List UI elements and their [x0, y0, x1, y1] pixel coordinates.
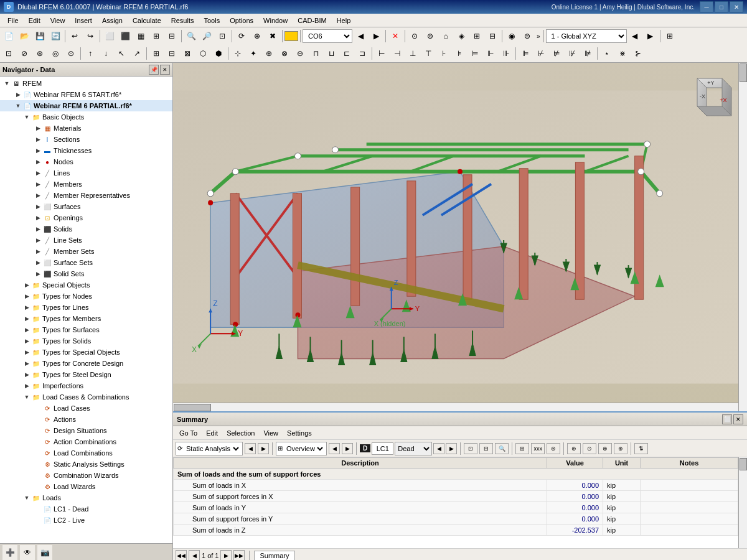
tb-co-next[interactable]: ▶: [369, 29, 383, 44]
tb-view-next[interactable]: ▶: [643, 29, 658, 44]
menu-assign[interactable]: Assign: [97, 16, 128, 26]
menu-file[interactable]: File: [2, 16, 24, 26]
tb2-b22[interactable]: ⊏: [339, 46, 354, 61]
menu-tools[interactable]: Tools: [199, 16, 225, 26]
tree-solids[interactable]: ▶ ⬛ Solids: [0, 223, 172, 235]
tb-fit[interactable]: ⊡: [215, 29, 230, 44]
tree-types-surfaces[interactable]: ▶ 📁 Types for Surfaces: [0, 324, 172, 335]
summary-close-btn[interactable]: ✕: [733, 414, 743, 424]
menu-help[interactable]: Help: [332, 16, 356, 26]
ov-prev-btn[interactable]: ◀: [329, 443, 340, 454]
tb-co-prev[interactable]: ◀: [353, 29, 368, 44]
sum-menu-selection[interactable]: Selection: [223, 428, 258, 438]
tb2-b24[interactable]: ⊢: [374, 46, 389, 61]
tb-b5[interactable]: ⊟: [164, 29, 179, 44]
tb2-b33[interactable]: ⊫: [518, 46, 533, 61]
tb-b3[interactable]: ▦: [133, 29, 148, 44]
viewport-hscroll-thumb[interactable]: [174, 404, 211, 411]
tb-icon-a[interactable]: ⊙: [407, 29, 422, 44]
tb2-b27[interactable]: ⊤: [421, 46, 436, 61]
tree-file-1[interactable]: ▶ 📄 Webinar RFEM 6 START.rf6*: [0, 89, 172, 100]
lc-selector[interactable]: D Dead ◀ ▶: [360, 442, 457, 455]
tree-member-reps[interactable]: ▶ ╱ Member Representatives: [0, 190, 172, 201]
tb2-b7[interactable]: ↓: [98, 46, 113, 61]
overview-control[interactable]: ⊞ Overview: [276, 442, 327, 455]
tree-action-comb[interactable]: ⟳ Action Combinations: [0, 436, 172, 447]
tree-lc2[interactable]: 📄 LC2 - Live: [0, 515, 172, 526]
tb-r3[interactable]: ✖: [265, 29, 280, 44]
tree-load-wiz[interactable]: ⚙ Load Wizards: [0, 481, 172, 492]
sum-menu-settings[interactable]: Settings: [283, 428, 316, 438]
tb-r2[interactable]: ⊕: [250, 29, 265, 44]
tb-view-prev[interactable]: ◀: [627, 29, 642, 44]
page-next-btn[interactable]: ▶: [220, 550, 232, 561]
page-first-btn[interactable]: ◀◀: [176, 550, 187, 561]
sum-tb-icon-10[interactable]: ⊕: [614, 443, 627, 454]
tb-zoom-out[interactable]: 🔎: [199, 29, 214, 44]
color-box[interactable]: [284, 31, 298, 41]
tb-new[interactable]: 📄: [1, 29, 16, 44]
tree-design-sit[interactable]: ⟳ Design Situations: [0, 425, 172, 436]
tb2-b19[interactable]: ⊖: [293, 46, 308, 61]
co-dropdown[interactable]: CO6: [303, 29, 352, 43]
tree-lc1[interactable]: 📄 LC1 - Dead: [0, 503, 172, 515]
tb2-b1[interactable]: ⊡: [1, 46, 16, 61]
tb2-b18[interactable]: ⊗: [277, 46, 292, 61]
tb2-b9[interactable]: ↗: [129, 46, 144, 61]
menu-view[interactable]: View: [45, 16, 70, 26]
tb2-b17[interactable]: ⊕: [261, 46, 276, 61]
tb2-b3[interactable]: ⊛: [32, 46, 47, 61]
tb-icon-f[interactable]: ⊟: [485, 29, 500, 44]
tree-types-lines[interactable]: ▶ 📁 Types for Lines: [0, 302, 172, 313]
tb2-b35[interactable]: ⊭: [549, 46, 564, 61]
tb2-b34[interactable]: ⊬: [533, 46, 548, 61]
tree-file-2[interactable]: ▼ 📄 Webinar RFEM 6 PARTIAL.rf6*: [0, 100, 172, 111]
minimize-button[interactable]: ─: [700, 1, 713, 12]
tb2-b28[interactable]: ⊦: [436, 46, 451, 61]
tree-member-sets[interactable]: ▶ ╱ Member Sets: [0, 246, 172, 257]
menu-insert[interactable]: Insert: [70, 16, 97, 26]
menu-results[interactable]: Results: [166, 16, 199, 26]
tb2-b14[interactable]: ⬢: [211, 46, 226, 61]
tb2-b5[interactable]: ⊙: [63, 46, 78, 61]
menu-calculate[interactable]: Calculate: [128, 16, 166, 26]
tb-icon-d[interactable]: ◈: [454, 29, 469, 44]
lc-prev-btn[interactable]: ◀: [433, 443, 444, 454]
tb-icon-b[interactable]: ⊚: [423, 29, 438, 44]
summary-tab-label[interactable]: Summary: [254, 551, 294, 561]
lc-name-dropdown[interactable]: Dead: [395, 442, 432, 455]
tb-icon-g[interactable]: ◉: [504, 29, 519, 44]
tree-comb-wiz[interactable]: ⚙ Combination Wizards: [0, 470, 172, 481]
tree-surface-sets[interactable]: ▶ ⬜ Surface Sets: [0, 257, 172, 268]
tree-openings[interactable]: ▶ ⊡ Openings: [0, 212, 172, 223]
tb-disp[interactable]: ⊞: [662, 29, 677, 44]
nav-close-btn[interactable]: ✕: [160, 65, 170, 75]
sum-tb-icon-5[interactable]: xxx: [531, 443, 545, 454]
viewport-hscrollbar[interactable]: [173, 403, 738, 411]
tb2-b30[interactable]: ⊨: [467, 46, 482, 61]
analysis-dropdown[interactable]: Static Analysis: [184, 444, 241, 453]
analysis-type-control[interactable]: ⟳ Static Analysis: [176, 442, 243, 455]
tree-thicknesses[interactable]: ▶ ▬ Thicknesses: [0, 145, 172, 156]
tree-materials[interactable]: ▶ ▦ Materials: [0, 123, 172, 134]
tb2-b13[interactable]: ⬡: [195, 46, 210, 61]
nav-add-btn[interactable]: ➕: [2, 545, 17, 560]
page-last-btn[interactable]: ▶▶: [233, 550, 245, 561]
lc-next-btn[interactable]: ▶: [446, 443, 457, 454]
tb2-b36[interactable]: ⊮: [565, 46, 580, 61]
viewport-vscrollbar[interactable]: [738, 63, 747, 411]
tree-actions[interactable]: ⟳ Actions: [0, 414, 172, 425]
tb2-b32[interactable]: ⊪: [499, 46, 514, 61]
tb-redo[interactable]: ↪: [83, 29, 98, 44]
tree-types-members[interactable]: ▶ 📁 Types for Members: [0, 313, 172, 324]
close-button[interactable]: ✕: [730, 1, 743, 12]
sum-menu-edit[interactable]: Edit: [202, 428, 222, 438]
tree-special-objects[interactable]: ▶ 📁 Special Objects: [0, 279, 172, 291]
tb-open[interactable]: 📂: [17, 29, 32, 44]
tb2-b39[interactable]: ⋇: [615, 46, 630, 61]
tb2-b4[interactable]: ◎: [48, 46, 63, 61]
tb-b4[interactable]: ⊞: [149, 29, 164, 44]
tb2-b8[interactable]: ↖: [114, 46, 129, 61]
tree-line-sets[interactable]: ▶ ╱ Line Sets: [0, 235, 172, 246]
tb2-b23[interactable]: ⊐: [355, 46, 370, 61]
